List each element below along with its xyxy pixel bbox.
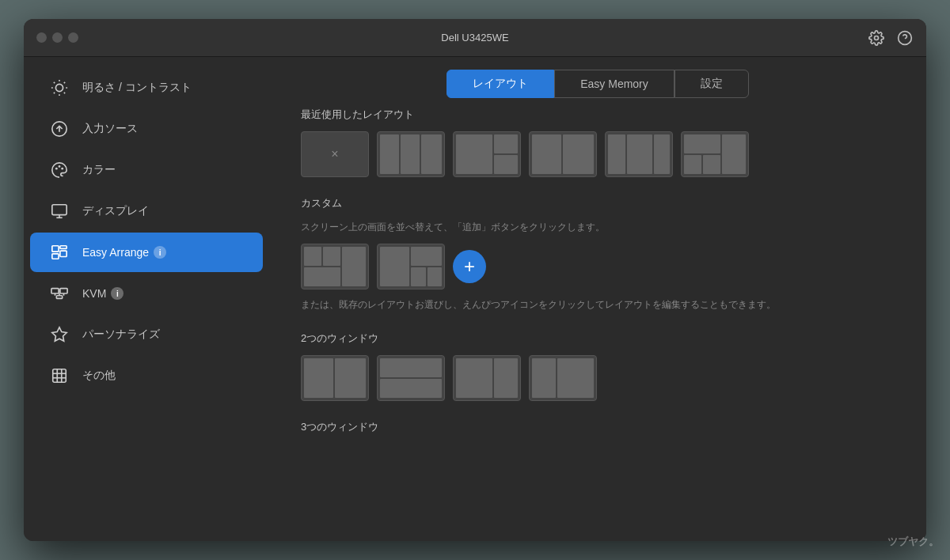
svg-rect-60: [411, 247, 442, 266]
svg-rect-51: [684, 134, 720, 153]
custom-thumb-2[interactable]: [377, 244, 445, 289]
svg-point-3: [55, 84, 63, 91]
two-win-thumb-4[interactable]: [529, 355, 597, 401]
two-windows-layouts: [301, 355, 895, 401]
custom-title: カスタム: [301, 196, 895, 210]
title-bar: Dell U3425WE: [24, 19, 926, 57]
svg-rect-69: [532, 358, 556, 398]
svg-rect-41: [401, 134, 420, 174]
svg-rect-22: [60, 251, 66, 256]
svg-point-16: [61, 168, 63, 170]
maximize-button[interactable]: [68, 32, 78, 43]
svg-rect-45: [494, 155, 518, 174]
sidebar: 明るさ / コントラスト 入力ソース カラー ディス: [24, 57, 269, 541]
two-win-thumb-3[interactable]: [453, 355, 521, 401]
custom-thumb-1[interactable]: [301, 244, 369, 289]
display-icon: [49, 201, 70, 221]
svg-rect-31: [53, 369, 66, 383]
tab-settings[interactable]: 設定: [674, 70, 749, 98]
three-windows-title: 3つのウィンドウ: [301, 420, 895, 434]
two-win-thumb-1[interactable]: [301, 355, 369, 401]
other-icon: [49, 365, 70, 386]
custom-subtitle: スクリーン上の画面を並べ替えて、「追加」ボタンをクリックします。: [301, 220, 895, 234]
brightness-icon: [49, 78, 70, 98]
svg-rect-55: [304, 267, 340, 286]
sidebar-label-color: カラー: [82, 163, 116, 177]
recent-layouts: ×: [301, 131, 895, 177]
layout-thumb-5[interactable]: [681, 131, 749, 177]
layout-thumb-1[interactable]: [377, 131, 445, 177]
svg-rect-63: [304, 358, 333, 398]
kvm-icon: [49, 283, 70, 304]
svg-rect-25: [60, 289, 67, 293]
svg-rect-44: [494, 134, 518, 153]
svg-rect-52: [722, 134, 746, 174]
tab-layout[interactable]: レイアウト: [446, 70, 554, 98]
settings-icon[interactable]: [868, 29, 885, 47]
svg-rect-21: [60, 246, 66, 249]
recent-section: 最近使用したレイアウト ×: [301, 108, 895, 177]
svg-rect-20: [52, 246, 59, 252]
close-button[interactable]: [36, 32, 47, 43]
sidebar-label-arrange: Easy Arrange i: [82, 246, 166, 259]
title-bar-icons: [868, 29, 914, 47]
sidebar-item-kvm[interactable]: KVM i: [30, 274, 263, 313]
svg-rect-62: [428, 267, 442, 286]
svg-rect-50: [654, 134, 670, 174]
svg-rect-40: [380, 134, 399, 174]
three-windows-section: 3つのウィンドウ: [301, 420, 895, 444]
svg-rect-54: [703, 155, 720, 174]
svg-rect-26: [56, 296, 62, 299]
window-title: Dell U3425WE: [441, 32, 508, 44]
sidebar-item-display[interactable]: ディスプレイ: [30, 191, 263, 231]
sidebar-item-other[interactable]: その他: [30, 356, 263, 395]
arrange-info-badge[interactable]: i: [154, 246, 166, 259]
tab-easy-memory[interactable]: Easy Memory: [554, 70, 674, 98]
layout-thumb-empty[interactable]: ×: [301, 131, 369, 177]
two-windows-title: 2つのウィンドウ: [301, 331, 895, 346]
main-content: 明るさ / コントラスト 入力ソース カラー ディス: [24, 57, 926, 541]
svg-point-0: [875, 36, 879, 40]
content-area[interactable]: 最近使用したレイアウト ×: [269, 108, 926, 541]
sidebar-label-other: その他: [82, 369, 116, 383]
svg-point-14: [55, 168, 58, 170]
svg-line-7: [64, 93, 65, 93]
add-layout-button[interactable]: +: [453, 250, 486, 283]
svg-line-11: [64, 82, 65, 83]
svg-point-15: [59, 165, 61, 168]
sidebar-label-display: ディスプレイ: [82, 204, 149, 218]
color-icon: [49, 160, 70, 180]
sidebar-item-personalize[interactable]: パーソナライズ: [30, 315, 263, 354]
layout-thumb-4[interactable]: [605, 131, 673, 177]
svg-rect-58: [323, 247, 340, 266]
layout-thumb-3[interactable]: [529, 131, 597, 177]
minimize-button[interactable]: [52, 32, 63, 43]
svg-rect-64: [335, 358, 366, 398]
sidebar-label-kvm: KVM i: [82, 287, 124, 300]
input-icon: [49, 119, 70, 139]
svg-rect-67: [456, 358, 492, 398]
two-windows-section: 2つのウィンドウ: [301, 331, 895, 401]
svg-rect-56: [342, 247, 366, 286]
sidebar-item-color[interactable]: カラー: [30, 150, 263, 190]
sidebar-item-input[interactable]: 入力ソース: [30, 109, 263, 149]
two-win-thumb-2[interactable]: [377, 355, 445, 401]
sidebar-item-easy-arrange[interactable]: Easy Arrange i: [30, 233, 263, 272]
custom-note: または、既存のレイアウトお選びし、えんぴつアイコンをクリックしてレイアウトを編集…: [301, 297, 895, 312]
help-icon[interactable]: [896, 29, 914, 47]
svg-rect-47: [563, 134, 594, 174]
svg-rect-53: [684, 155, 701, 174]
svg-rect-43: [456, 134, 492, 174]
kvm-info-badge[interactable]: i: [111, 287, 124, 300]
svg-rect-42: [421, 134, 442, 174]
layout-thumb-2[interactable]: [453, 131, 521, 177]
svg-rect-24: [51, 289, 59, 293]
svg-rect-65: [380, 358, 442, 377]
svg-rect-17: [52, 205, 66, 215]
sidebar-item-brightness[interactable]: 明るさ / コントラスト: [30, 68, 263, 108]
sidebar-label-input: 入力ソース: [82, 122, 138, 136]
custom-section: カスタム スクリーン上の画面を並べ替えて、「追加」ボタンをクリックします。 +: [301, 196, 895, 312]
tab-bar: レイアウト Easy Memory 設定: [269, 57, 926, 108]
star-icon: [49, 324, 70, 345]
svg-marker-30: [52, 327, 66, 341]
